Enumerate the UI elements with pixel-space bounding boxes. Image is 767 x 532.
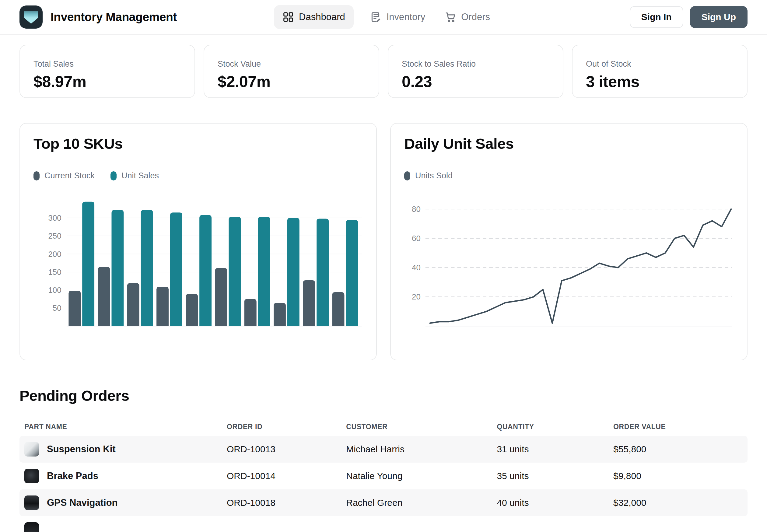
chart-title: Top 10 SKUs (33, 135, 363, 152)
stat-value: 0.23 (402, 72, 549, 91)
stat-value: $8.97m (33, 72, 181, 91)
top-skus-chart-card: Top 10 SKUs Current Stock Unit Sales 501… (19, 123, 377, 360)
nav-tab-orders[interactable]: Orders (442, 5, 493, 29)
product-thumbnail (24, 495, 39, 510)
table-row: Brake Pads ORD-10014 Natalie Young 35 un… (19, 463, 748, 489)
pending-orders-table: PART NAME ORDER ID CUSTOMER QUANTITY ORD… (19, 418, 748, 532)
table-row: Suspension Kit ORD-10013 Michael Harris … (19, 436, 748, 463)
svg-text:100: 100 (48, 286, 61, 294)
legend-label: Units Sold (415, 171, 453, 180)
svg-text:250: 250 (48, 232, 61, 240)
dashboard-page: Total Sales $8.97m Stock Value $2.07m St… (0, 45, 767, 532)
column-header-order-value: ORDER VALUE (608, 423, 743, 431)
quantity-cell: 35 units (492, 471, 608, 481)
order-value-cell: $32,000 (608, 498, 743, 508)
brand[interactable]: Inventory Management (19, 5, 177, 29)
top-navigation-bar: Inventory Management Dashboard Inventory… (0, 0, 767, 35)
legend-label: Current Stock (44, 171, 95, 180)
svg-text:60: 60 (412, 234, 421, 243)
customer-cell: Natalie Young (341, 471, 492, 481)
table-body: Suspension Kit ORD-10013 Michael Harris … (19, 436, 748, 532)
main-nav: Dashboard Inventory Orders (274, 5, 493, 29)
table-header-row: PART NAME ORDER ID CUSTOMER QUANTITY ORD… (19, 418, 748, 436)
stat-value: 3 items (586, 72, 734, 91)
customer-cell: Rachel Green (341, 498, 492, 508)
sign-up-button[interactable]: Sign Up (690, 6, 748, 28)
stat-cards-row: Total Sales $8.97m Stock Value $2.07m St… (19, 45, 748, 98)
nav-label-orders: Orders (461, 12, 490, 23)
legend-item-units-sold: Units Sold (404, 171, 453, 180)
product-thumbnail (24, 522, 39, 532)
order-id-cell: ORD-10018 (222, 498, 341, 508)
order-value-cell: $9,800 (608, 471, 743, 481)
sign-in-button[interactable]: Sign In (630, 6, 683, 28)
units-sold-swatch-icon (404, 171, 410, 180)
legend-label: Unit Sales (121, 171, 159, 180)
app-title: Inventory Management (51, 10, 177, 24)
nav-label-dashboard: Dashboard (299, 12, 345, 23)
part-name: Brake Pads (47, 471, 98, 481)
svg-text:300: 300 (48, 214, 61, 222)
daily-unit-sales-chart-card: Daily Unit Sales Units Sold 20406080 (390, 123, 748, 360)
order-id-cell: ORD-10013 (222, 444, 341, 454)
line-chart-legend: Units Sold (404, 171, 734, 180)
orders-cart-icon (445, 11, 456, 23)
stat-card-out-of-stock: Out of Stock 3 items (572, 45, 748, 98)
svg-text:200: 200 (48, 250, 61, 258)
daily-unit-sales-line-chart: 20406080 (404, 193, 734, 335)
quantity-cell: 40 units (492, 498, 608, 508)
legend-item-unit-sales: Unit Sales (110, 171, 159, 180)
dashboard-grid-icon (282, 11, 294, 23)
app-logo-icon (19, 5, 43, 29)
part-name-cell (19, 522, 222, 532)
customer-cell: Michael Harris (341, 444, 492, 454)
svg-text:50: 50 (53, 304, 61, 312)
nav-tab-dashboard[interactable]: Dashboard (274, 5, 354, 29)
top-skus-bar-chart: 50100150200250300 (33, 193, 363, 335)
column-header-customer: CUSTOMER (341, 423, 492, 431)
column-header-part-name: PART NAME (19, 423, 222, 431)
svg-text:80: 80 (412, 205, 421, 213)
table-row: GPS Navigation ORD-10018 Rachel Green 40… (19, 489, 748, 516)
nav-tab-inventory[interactable]: Inventory (367, 5, 429, 29)
pending-orders-heading: Pending Orders (19, 387, 748, 404)
nav-label-inventory: Inventory (387, 12, 426, 23)
stat-label: Stock Value (218, 59, 365, 69)
part-name-cell: Suspension Kit (19, 442, 222, 457)
part-name: GPS Navigation (47, 497, 118, 508)
part-name-cell: Brake Pads (19, 469, 222, 483)
inventory-file-pen-icon (370, 11, 382, 23)
stat-label: Stock to Sales Ratio (402, 59, 549, 69)
logo-chevron-icon (24, 9, 38, 25)
column-header-quantity: QUANTITY (492, 423, 608, 431)
auth-buttons: Sign In Sign Up (630, 6, 748, 28)
stat-card-total-sales: Total Sales $8.97m (19, 45, 195, 98)
stat-value: $2.07m (218, 72, 365, 91)
stat-label: Out of Stock (586, 59, 734, 69)
svg-text:20: 20 (412, 292, 421, 301)
part-name: Suspension Kit (47, 444, 116, 455)
order-value-cell: $55,800 (608, 444, 743, 454)
part-name-cell: GPS Navigation (19, 495, 222, 510)
product-thumbnail (24, 469, 39, 483)
stat-card-stock-to-sales-ratio: Stock to Sales Ratio 0.23 (388, 45, 563, 98)
quantity-cell: 31 units (492, 444, 608, 454)
product-thumbnail (24, 442, 39, 457)
svg-text:150: 150 (48, 268, 61, 276)
column-header-order-id: ORDER ID (222, 423, 341, 431)
order-id-cell: ORD-10014 (222, 471, 341, 481)
stat-label: Total Sales (33, 59, 181, 69)
chart-title: Daily Unit Sales (404, 135, 734, 152)
legend-item-current-stock: Current Stock (33, 171, 95, 180)
stat-card-stock-value: Stock Value $2.07m (204, 45, 379, 98)
bar-chart-legend: Current Stock Unit Sales (33, 171, 363, 180)
table-row (19, 516, 748, 532)
svg-text:40: 40 (412, 263, 421, 272)
charts-row: Top 10 SKUs Current Stock Unit Sales 501… (19, 123, 748, 360)
unit-sales-swatch-icon (110, 171, 117, 180)
current-stock-swatch-icon (33, 171, 40, 180)
